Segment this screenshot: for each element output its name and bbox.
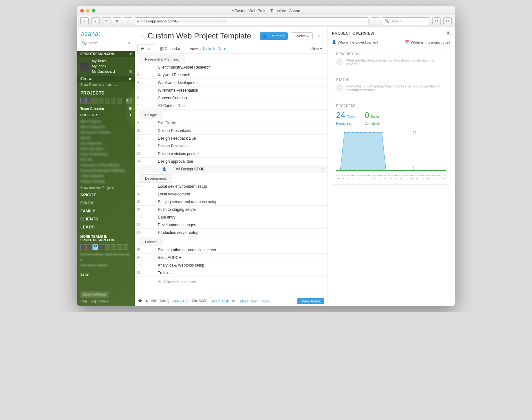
close-panel-icon[interactable]: ✕ xyxy=(446,30,451,36)
task-row[interactable]: 22Development changes xyxy=(135,221,327,229)
task-name[interactable]: Wireframe development xyxy=(142,80,327,85)
task-name[interactable]: Design Feedback Due xyxy=(142,136,327,141)
task-name[interactable]: Design Presentation xyxy=(142,128,327,133)
section-header[interactable]: Launch: xyxy=(139,238,163,246)
reload-button[interactable]: ⟳ xyxy=(102,17,110,25)
share-asana-button[interactable]: Share Asana xyxy=(297,298,324,304)
task-row[interactable]: 23Production server setup xyxy=(135,229,327,236)
more-shortcuts-link[interactable]: more... xyxy=(262,299,273,303)
task-row[interactable]: 5Wireframe Presentation xyxy=(135,86,327,94)
project-title[interactable]: Custom Web Project Template xyxy=(148,31,257,40)
toolbar-btn-1[interactable]: ✂ xyxy=(432,17,441,25)
quick-add-link[interactable]: Quick Add xyxy=(173,299,189,303)
status-card[interactable]: STATUS How's this project going? Any pro… xyxy=(332,74,450,96)
favorite-star-icon[interactable]: ☆ xyxy=(140,33,144,39)
view-selector[interactable]: View ↕ Tasks to Do ▾ xyxy=(189,46,226,51)
team-cinch[interactable]: CINCH xyxy=(77,199,135,207)
task-name[interactable]: Site LAUNCH xyxy=(142,255,327,260)
task-row[interactable]: 14Design approval due xyxy=(135,158,327,165)
task-name[interactable]: Wireframe Presentation xyxy=(142,88,327,93)
browser-search[interactable]: 🔍 Search xyxy=(382,17,430,25)
task-row[interactable]: 13Design revisions posted xyxy=(135,150,327,158)
task-row[interactable]: 26Site LAUNCH xyxy=(135,254,327,261)
close-window-icon[interactable] xyxy=(80,9,84,12)
task-name[interactable]: Push to staging server xyxy=(142,207,327,212)
task-row[interactable]: 7All Content Due xyxy=(135,102,327,110)
stop-button[interactable]: ✕ xyxy=(113,17,121,25)
task-name[interactable]: Production server setup xyxy=(142,230,327,235)
overview-button[interactable]: Overview xyxy=(291,32,313,39)
task-name[interactable]: Design revisions posted xyxy=(142,152,327,156)
more-link[interactable]: more xyxy=(99,300,106,303)
project-menu-button[interactable]: ▾ xyxy=(316,33,322,39)
team-leads[interactable]: LEADS xyxy=(77,223,135,231)
forward-button[interactable]: › xyxy=(91,17,100,25)
task-row[interactable]: 3Keyword Research xyxy=(135,71,327,79)
workspace-selector[interactable]: SPIGOTDESIGN.COM ▾ xyxy=(77,51,135,57)
task-row[interactable]: 6Content Curation xyxy=(135,94,327,102)
task-name[interactable]: Analytics & Webtools setup xyxy=(142,263,327,268)
task-row[interactable]: 21Data entry xyxy=(135,213,327,221)
zoom-window-icon[interactable] xyxy=(92,9,95,12)
task-row[interactable]: 4Wireframe development xyxy=(135,79,327,86)
task-name[interactable]: Training xyxy=(142,271,327,275)
task-row[interactable]: 11Design Feedback Due xyxy=(135,135,327,142)
task-row[interactable]: 10Design Presentation xyxy=(135,127,327,135)
add-task-input[interactable]: Add the next task here. xyxy=(135,277,327,286)
task-row[interactable]: 20Push to staging server xyxy=(135,206,327,213)
task-name[interactable]: Content Curation xyxy=(142,96,327,100)
task-row[interactable]: 27Analytics & Webtools setup xyxy=(135,261,327,269)
add-member-icon[interactable]: + xyxy=(126,98,132,103)
asana-logo[interactable]: asana: xyxy=(77,27,135,39)
my-tasks-link[interactable]: My Tasks xyxy=(92,58,132,63)
drag-handle-icon[interactable]: ⋮⋮ xyxy=(142,167,152,171)
task-row[interactable]: 2Client/Industry/Asset Research xyxy=(135,63,327,71)
task-row[interactable]: 19Staging server and database setup xyxy=(135,198,327,206)
members-button[interactable]: 👥 1 Member xyxy=(260,32,288,40)
task-name[interactable]: Development changes xyxy=(142,223,327,227)
owner-field[interactable]: 👤 Who is the project owner? xyxy=(332,40,378,44)
task-name[interactable]: Design Revisions xyxy=(142,144,327,148)
assignee-icon[interactable]: 👤 xyxy=(162,167,167,172)
new-button[interactable]: New ▾ xyxy=(311,46,322,51)
task-name[interactable]: Local dev environment setup xyxy=(142,184,327,189)
section-header[interactable]: Design: xyxy=(139,111,163,119)
reader-button[interactable]: ◦ xyxy=(371,17,379,25)
show-recents-link[interactable]: Show Recents and more... xyxy=(77,82,135,88)
minimize-window-icon[interactable] xyxy=(86,9,90,12)
open-details-icon[interactable]: › xyxy=(322,167,323,171)
list-tab[interactable]: ☰ List xyxy=(137,44,155,53)
show-archived-link[interactable]: Show Archived Projects xyxy=(77,185,135,191)
task-name[interactable]: All Design STOP xyxy=(169,167,322,171)
user-menu[interactable]: Bryan Hoffman ▾ xyxy=(80,292,109,298)
blog-link[interactable]: Blog xyxy=(90,300,96,303)
task-name[interactable]: Data entry xyxy=(142,215,327,219)
calendar-tab[interactable]: ▦ Calendar xyxy=(157,44,184,53)
tags-header[interactable]: TAGS xyxy=(77,272,135,278)
task-row[interactable]: 12Design Revisions xyxy=(135,142,327,150)
my-inbox-link[interactable]: My Inbox▭ xyxy=(92,63,132,69)
help-link[interactable]: Help xyxy=(80,300,87,303)
team-family[interactable]: FAMILY xyxy=(77,207,135,215)
task-name[interactable]: All Content Due xyxy=(142,103,327,108)
team-clients[interactable]: CLIENTS xyxy=(77,215,135,223)
project-list[interactable]: Misc ProjectsAllen's MasonryArmentum Par… xyxy=(77,118,135,185)
task-row[interactable]: 25Site migration to production server xyxy=(135,246,327,254)
team-spigot[interactable]: SPIGOT xyxy=(77,191,135,199)
task-name[interactable]: Site Design xyxy=(142,121,327,125)
complete-checkbox[interactable] xyxy=(155,167,159,171)
task-row[interactable]: 17Local dev environment setup xyxy=(135,183,327,190)
my-dashboard-link[interactable]: My Dashboard▥ xyxy=(92,69,132,74)
task-name[interactable]: Design approval due xyxy=(142,159,327,164)
move-down-link[interactable]: Move Down xyxy=(240,299,259,303)
graduation-icon[interactable]: 🎓 xyxy=(138,299,142,303)
keyboard-icon[interactable]: ⌨ xyxy=(151,299,157,303)
home-button[interactable]: ⌂ xyxy=(124,17,132,25)
task-name[interactable]: Client/Industry/Asset Research xyxy=(142,65,327,70)
task-row[interactable]: 28Training xyxy=(135,269,327,277)
task-row[interactable]: 9Site Design xyxy=(135,119,327,127)
task-name[interactable]: Site migration to production server xyxy=(142,248,327,252)
task-name[interactable]: Staging server and database setup xyxy=(142,200,327,204)
section-header[interactable]: Research & Planning: xyxy=(139,55,185,63)
clients-header[interactable]: Clients★ xyxy=(77,76,135,82)
